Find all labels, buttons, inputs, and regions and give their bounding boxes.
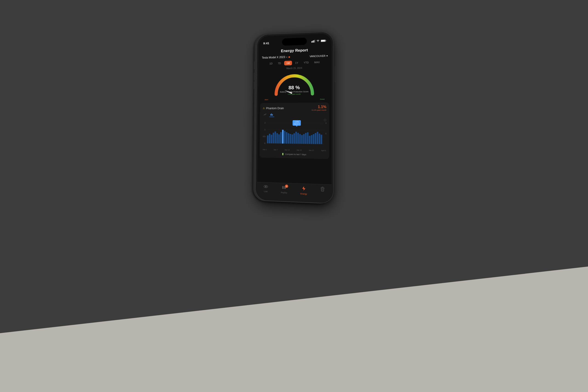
tab-max[interactable]: MAX [312, 60, 322, 64]
gauge-alert-label: Alert [265, 98, 268, 101]
phone-wrapper: 9:41 [255, 32, 333, 204]
svg-rect-8 [271, 114, 272, 116]
compare-row[interactable]: 🔋 Compare to last 7 days [262, 152, 326, 157]
nav-item-live[interactable]: Live [263, 185, 268, 193]
signal-icon [311, 40, 315, 43]
delete-icon [320, 187, 325, 193]
svg-rect-24 [274, 132, 276, 144]
phone-device: 9:41 [255, 32, 333, 204]
tab-7d[interactable]: 7D [276, 61, 283, 66]
location-chevron-icon: ▾ [326, 54, 328, 57]
tab-ytd[interactable]: YTD [301, 60, 311, 65]
phantom-drain-section: ⚠ Phantom Drain 1.1% +0.2% past month [260, 102, 329, 159]
x-label-mar20: Mar 20 [297, 149, 302, 151]
tab-1y[interactable]: 1Y [293, 60, 300, 65]
background: 9:41 [0, 0, 588, 392]
energy-icon [302, 186, 306, 192]
svg-rect-50 [282, 186, 283, 189]
svg-rect-41 [307, 132, 308, 144]
svg-rect-48 [321, 135, 322, 144]
dynamic-island [282, 38, 307, 46]
gauge-good-label: Good [320, 98, 325, 100]
svg-rect-22 [271, 135, 272, 144]
location-selector[interactable]: VANCOUVER ▾ [310, 54, 328, 58]
nav-label-energy: Energy [300, 192, 307, 195]
phantom-title-row: ⚠ Phantom Drain [263, 106, 284, 110]
svg-rect-25 [276, 133, 278, 144]
svg-rect-30 [286, 132, 287, 144]
svg-rect-47 [319, 134, 320, 144]
svg-text:1: 1 [264, 128, 266, 131]
svg-rect-44 [313, 134, 314, 144]
svg-text:0.5: 0.5 [263, 135, 266, 138]
svg-text:0: 0 [264, 142, 266, 144]
nav-label-replay: Replay [281, 192, 287, 194]
svg-rect-1 [312, 41, 313, 42]
svg-rect-2 [314, 40, 314, 42]
svg-rect-45 [315, 133, 316, 144]
svg-text:1.5: 1.5 [325, 122, 326, 124]
gauge-center-text: 88 % Battery Health Protection Score +2%… [280, 85, 309, 95]
car-status-dot [288, 56, 290, 58]
time-tabs: 1D 7D 1M 1Y YTD MAX [258, 60, 332, 66]
chart-toggle [263, 112, 326, 117]
chart-x-labels: Mar 1 Mar 7 Mar 13 Mar 20 Mar 27 April 3 [262, 149, 326, 152]
svg-rect-38 [301, 135, 303, 144]
phantom-value: 1.1% [318, 105, 326, 109]
gauge-percent: 88 % [280, 85, 309, 90]
svg-rect-28 [282, 130, 284, 144]
x-label-apr3: April 3 [321, 150, 326, 152]
svg-rect-3 [314, 40, 315, 42]
svg-rect-37 [299, 134, 301, 144]
nav-item-energy[interactable]: Energy [300, 186, 307, 195]
gauge-change: +2% past month [280, 93, 309, 95]
chart-area: ⓘ 2 1 0.5 0 [262, 118, 326, 149]
svg-rect-31 [288, 133, 289, 144]
phantom-title: Phantom Drain [266, 106, 284, 110]
status-icons [311, 39, 326, 43]
bottom-nav: Live 3 Replay [257, 182, 331, 202]
svg-rect-51 [284, 186, 285, 189]
svg-rect-0 [311, 41, 312, 42]
nav-label-live: Live [264, 190, 268, 193]
replay-badge-count: 3 [285, 184, 288, 188]
svg-rect-43 [311, 135, 312, 144]
x-label-mar13: Mar 13 [285, 149, 290, 151]
date-label: March 15, 2024 [258, 66, 331, 70]
gauge-label: Battery Health Protection Score [280, 90, 309, 93]
bar-chart-toggle[interactable] [269, 112, 274, 117]
svg-rect-27 [280, 132, 282, 144]
chart-info-icon[interactable]: ⓘ [324, 118, 326, 122]
phone-screen: 9:41 [257, 33, 331, 202]
line-chart-toggle[interactable] [263, 112, 268, 117]
svg-rect-40 [305, 133, 307, 144]
nav-item-replay[interactable]: 3 Replay [281, 185, 287, 194]
svg-line-11 [267, 130, 324, 130]
tooltip-date: March 5 [294, 123, 300, 125]
chart-tooltip: 1.4% March 5 [293, 120, 301, 126]
svg-point-49 [265, 186, 266, 187]
gauge-footer: Alert Good [258, 98, 331, 101]
phantom-header: ⚠ Phantom Drain 1.1% +0.2% past month [263, 105, 326, 111]
svg-rect-5 [321, 40, 325, 42]
compare-icon: 🔋 [282, 153, 284, 155]
car-selector[interactable]: Tesla Model X 2023 ▾ [262, 56, 290, 59]
tooltip-value: 1.4% [295, 121, 299, 123]
car-chevron-icon: ▾ [286, 56, 287, 58]
tab-1d[interactable]: 1D [267, 61, 275, 66]
wifi-icon [316, 40, 320, 43]
svg-rect-23 [273, 132, 274, 144]
car-name: Tesla Model X 2023 [262, 56, 285, 59]
location-label: VANCOUVER [310, 54, 325, 58]
gauge-container: 88 % Battery Health Protection Score +2%… [272, 71, 317, 98]
svg-rect-35 [295, 132, 297, 144]
svg-rect-39 [303, 134, 305, 144]
nav-item-delete[interactable] [320, 187, 325, 194]
svg-rect-26 [278, 134, 280, 144]
tab-1m[interactable]: 1M [284, 61, 292, 66]
svg-rect-21 [269, 134, 270, 144]
svg-text:2: 2 [264, 122, 266, 124]
status-time: 9:41 [263, 41, 269, 45]
svg-rect-46 [317, 132, 318, 144]
svg-rect-33 [291, 134, 293, 144]
